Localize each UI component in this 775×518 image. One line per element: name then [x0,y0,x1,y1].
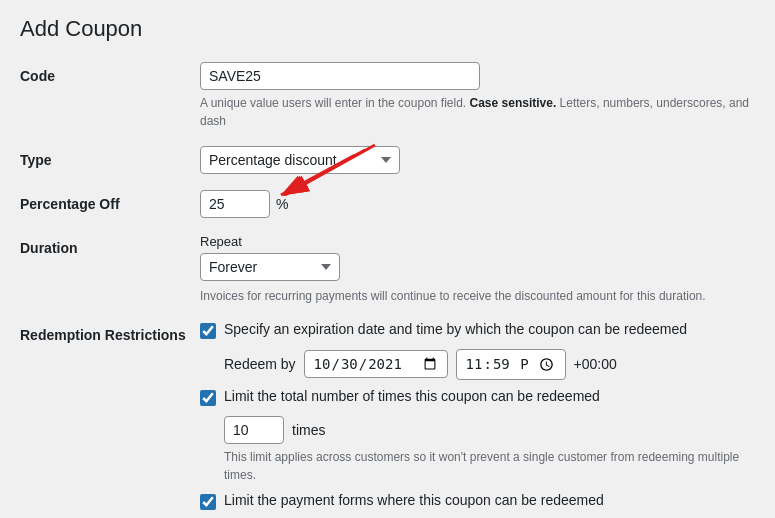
percentage-off-row: Percentage Off % [20,190,755,218]
code-input[interactable] [200,62,480,90]
percent-symbol: % [276,196,288,212]
limit-forms-checkbox-row: Limit the payment forms where this coupo… [200,492,755,510]
percentage-row: % [200,190,288,218]
redeem-by-row: Redeem by +00:00 [224,349,755,380]
type-field: Percentage discount Flat discount Free t… [200,146,755,174]
duration-sublabel: Repeat [200,234,755,249]
redeem-date-input[interactable] [304,350,448,378]
type-row: Type Percentage discount Flat discount F… [20,146,755,174]
expiration-checkbox-row: Specify an expiration date and time by w… [200,321,755,339]
duration-field: Repeat Forever Once Multiple months Invo… [200,234,755,305]
redeem-time-input[interactable] [456,349,566,380]
redemption-restrictions-field: Specify an expiration date and time by w… [200,321,755,518]
times-input[interactable] [224,416,284,444]
times-row: times [224,416,755,444]
limit-total-checkbox-row: Limit the total number of times this cou… [200,388,755,406]
duration-row: Duration Repeat Forever Once Multiple mo… [20,234,755,305]
page-container: Add Coupon Code A unique value users wil… [0,0,775,518]
limit-total-checkbox[interactable] [200,390,216,406]
percentage-off-field: % [200,190,755,218]
page-title: Add Coupon [20,16,755,42]
code-label: Code [20,62,200,84]
redemption-restrictions-label: Redemption Restrictions [20,321,200,343]
redemption-restrictions-row: Redemption Restrictions Specify an expir… [20,321,755,518]
expiration-checkbox[interactable] [200,323,216,339]
duration-help: Invoices for recurring payments will con… [200,287,755,305]
duration-label: Duration [20,234,200,256]
code-help: A unique value users will enter in the c… [200,94,755,130]
limit-forms-label: Limit the payment forms where this coupo… [224,492,604,508]
type-label: Type [20,146,200,168]
timezone: +00:00 [574,356,617,372]
percentage-input[interactable] [200,190,270,218]
code-row: Code A unique value users will enter in … [20,62,755,130]
type-select[interactable]: Percentage discount Flat discount Free t… [200,146,400,174]
limit-forms-checkbox[interactable] [200,494,216,510]
expiration-label: Specify an expiration date and time by w… [224,321,687,337]
code-field: A unique value users will enter in the c… [200,62,755,130]
limit-total-help: This limit applies across customers so i… [224,448,755,484]
duration-select[interactable]: Forever Once Multiple months [200,253,340,281]
redeem-by-label: Redeem by [224,356,296,372]
limit-total-label: Limit the total number of times this cou… [224,388,600,404]
percentage-wrapper: % [200,190,288,218]
times-label: times [292,422,325,438]
percentage-off-label: Percentage Off [20,190,200,212]
